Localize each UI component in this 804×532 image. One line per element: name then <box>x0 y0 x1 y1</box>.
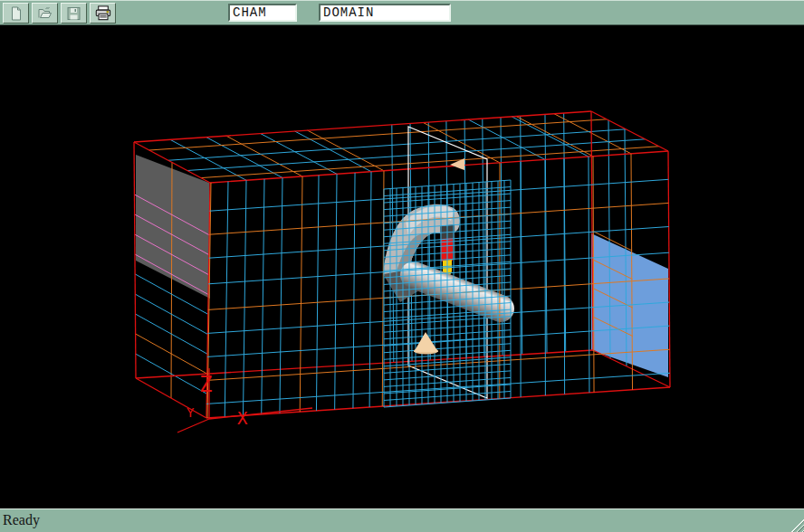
viewport-3d[interactable]: ZXY <box>0 25 804 508</box>
print-button[interactable] <box>90 3 116 24</box>
domain-field[interactable] <box>319 4 451 22</box>
printer-icon <box>95 5 111 21</box>
cham-field[interactable] <box>228 4 297 22</box>
toolbar <box>0 0 804 25</box>
save-button[interactable] <box>61 3 87 24</box>
status-text: Ready <box>3 512 40 527</box>
new-document-icon <box>8 6 24 21</box>
viewport-3d-scene[interactable]: ZXY <box>0 25 804 508</box>
save-floppy-icon <box>66 6 81 21</box>
resize-grip-icon[interactable] <box>789 517 804 532</box>
open-folder-icon <box>37 6 53 21</box>
axis-label-y: Y <box>187 405 195 420</box>
axis-label-x: X <box>237 408 248 428</box>
probe-markers <box>414 158 464 355</box>
status-bar: Ready <box>0 508 804 532</box>
application-window: ZXY Ready <box>0 0 804 532</box>
new-button[interactable] <box>3 3 29 24</box>
axis-label-z: Z <box>199 372 212 397</box>
open-button[interactable] <box>32 3 58 24</box>
